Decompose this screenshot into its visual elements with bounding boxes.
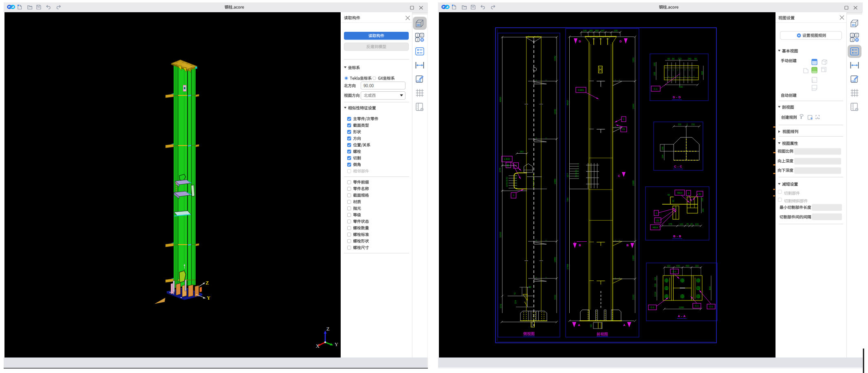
svg-text:530: 530 — [679, 86, 683, 88]
svg-text:211: 211 — [678, 123, 681, 126]
svg-text:60: 60 — [668, 57, 670, 60]
svg-text:D - D: D - D — [673, 95, 681, 99]
svg-text:CAD: CAD — [851, 80, 856, 82]
svg-text:B - B: B - B — [673, 234, 681, 238]
svg-text:204: 204 — [661, 155, 664, 159]
svg-text:75: 75 — [686, 223, 689, 225]
svg-text:1: 1 — [513, 194, 514, 196]
svg-text:CAD: CAD — [416, 80, 421, 82]
svg-text:430: 430 — [686, 265, 690, 267]
svg-text:+: + — [612, 319, 613, 321]
svg-text:+: + — [689, 75, 690, 77]
svg-text:2784: 2784 — [566, 264, 569, 269]
svg-text:C-1: C-1 — [695, 305, 699, 307]
svg-text:+: + — [668, 75, 670, 77]
svg-text:50: 50 — [668, 194, 670, 196]
svg-text:182: 182 — [595, 29, 599, 32]
svg-text:110: 110 — [654, 277, 657, 280]
svg-text:110: 110 — [695, 265, 698, 267]
svg-text:3D: 3D — [852, 24, 855, 26]
svg-text:+: + — [578, 163, 579, 165]
svg-text:+: + — [536, 137, 537, 139]
svg-text:2000: 2000 — [554, 179, 556, 184]
svg-text:A: A — [623, 323, 626, 327]
svg-text:+: + — [694, 75, 695, 77]
svg-text:1: 1 — [416, 34, 418, 37]
svg-text:Z1: Z1 — [657, 219, 659, 222]
svg-text:211: 211 — [692, 123, 695, 126]
svg-text:+: + — [685, 68, 686, 71]
svg-text:+: + — [578, 172, 579, 174]
svg-text:1-M2: 1-M2 — [507, 163, 509, 168]
svg-text:+: + — [615, 79, 616, 81]
svg-text:+: + — [615, 277, 616, 279]
svg-text:+: + — [673, 75, 674, 77]
svg-text:Z1: Z1 — [698, 193, 701, 195]
svg-text:Y: Y — [207, 295, 211, 301]
svg-text:+: + — [524, 319, 526, 321]
svg-text:1: 1 — [623, 118, 624, 120]
svg-text:679: 679 — [500, 304, 502, 308]
svg-text:+: + — [516, 184, 517, 186]
svg-text:1942: 1942 — [554, 109, 556, 115]
svg-text:1181: 1181 — [632, 57, 634, 63]
svg-text:+: + — [603, 36, 604, 39]
svg-text:+: + — [609, 36, 610, 39]
svg-text:240: 240 — [688, 57, 692, 60]
svg-text:2: 2 — [856, 34, 857, 37]
svg-text:A: A — [817, 117, 819, 119]
svg-text:1944: 1944 — [632, 104, 634, 109]
svg-text:4Φ14: 4Φ14 — [653, 226, 658, 229]
svg-text:+: + — [578, 175, 579, 177]
svg-text:+: + — [619, 79, 620, 81]
svg-text:253: 253 — [520, 150, 523, 153]
svg-text:3: 3 — [416, 38, 418, 41]
svg-text:C - C: C - C — [674, 165, 682, 168]
svg-text:1-Φ22: 1-Φ22 — [504, 158, 510, 160]
svg-text:275: 275 — [669, 223, 672, 225]
svg-text:51: 51 — [513, 292, 516, 295]
svg-text:Z: Z — [206, 280, 209, 286]
svg-text:+: + — [516, 174, 517, 177]
svg-text:+: + — [676, 207, 677, 209]
svg-text:130: 130 — [583, 29, 586, 32]
svg-text:147: 147 — [601, 29, 604, 32]
svg-text:100: 100 — [653, 63, 656, 66]
svg-text:120: 120 — [695, 223, 699, 225]
svg-text:+: + — [589, 319, 590, 321]
svg-text:2: 2 — [421, 34, 423, 37]
svg-text:+: + — [538, 35, 539, 37]
svg-text:92 50 50 50: 92 50 50 50 — [506, 177, 508, 187]
svg-text:1090: 1090 — [679, 306, 684, 309]
svg-text:X: X — [316, 343, 319, 349]
svg-text:+: + — [516, 182, 517, 184]
svg-text:1122: 1122 — [632, 294, 634, 300]
svg-text:4056: 4056 — [499, 97, 502, 102]
svg-text:250: 250 — [702, 209, 704, 212]
svg-text:1: 1 — [688, 192, 689, 194]
svg-text:B: B — [626, 243, 629, 247]
svg-text:+: + — [536, 79, 537, 81]
svg-text:+: + — [546, 276, 547, 278]
svg-text:+: + — [597, 36, 598, 39]
svg-text:200: 200 — [653, 72, 656, 76]
svg-text:+: + — [677, 68, 679, 71]
svg-text:A: A — [578, 323, 580, 327]
svg-text:C-1: C-1 — [709, 305, 713, 308]
svg-text:4047: 4047 — [566, 100, 569, 106]
svg-text:90.00: 90.00 — [364, 84, 374, 88]
svg-text:4Φ14: 4Φ14 — [677, 192, 683, 194]
svg-text:3210: 3210 — [499, 232, 502, 238]
svg-text:110: 110 — [590, 324, 592, 327]
svg-text:C-1: C-1 — [651, 306, 654, 309]
svg-text:1: 1 — [851, 34, 853, 37]
svg-text:+: + — [590, 36, 592, 39]
svg-text:+: + — [536, 239, 537, 241]
svg-text:+: + — [546, 239, 547, 241]
svg-text:196: 196 — [661, 147, 664, 150]
svg-text:50 50 50: 50 50 50 — [575, 170, 577, 177]
svg-text:600: 600 — [709, 287, 711, 290]
svg-text:270: 270 — [678, 57, 682, 60]
svg-text:A - A: A - A — [678, 314, 686, 318]
svg-text:D: D — [619, 40, 622, 43]
